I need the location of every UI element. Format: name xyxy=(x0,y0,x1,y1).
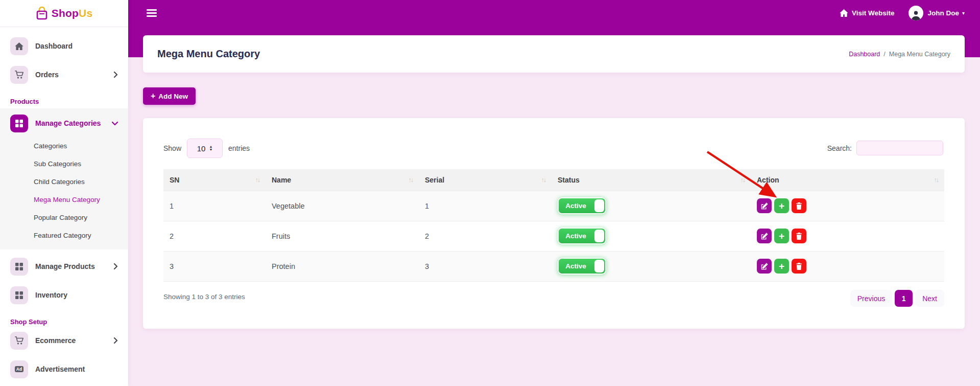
next-page-button[interactable]: Next xyxy=(915,290,944,307)
grid-icon xyxy=(10,286,28,304)
add-button[interactable]: + xyxy=(774,259,789,274)
status-toggle[interactable]: Active xyxy=(558,197,606,214)
page-title: Mega Menu Category xyxy=(157,48,260,60)
add-new-label: Add New xyxy=(158,93,188,100)
cell-sn: 3 xyxy=(163,251,266,281)
plus-icon: + xyxy=(151,92,155,101)
table-row: 2 Fruits 2 Active + xyxy=(163,221,944,251)
cell-serial: 1 xyxy=(419,191,552,221)
sort-icon[interactable]: ↑↓ xyxy=(409,176,413,184)
delete-button[interactable] xyxy=(792,259,806,274)
plus-icon: + xyxy=(779,231,784,241)
sidebar-nav: Dashboard Orders Products Manage Categor… xyxy=(0,27,128,381)
sort-icon[interactable]: ↑↓ xyxy=(541,176,546,184)
sidebar-item-manage-categories[interactable]: Manage Categories xyxy=(6,111,122,135)
user-menu[interactable]: John Doe ▾ xyxy=(909,6,965,20)
add-button[interactable]: + xyxy=(774,198,789,213)
sidebar-subitem-featured-category[interactable]: Featured Category xyxy=(0,226,128,244)
breadcrumb-dashboard-link[interactable]: Dashboard xyxy=(849,51,880,58)
sidebar-item-advertisement[interactable]: Ad Advertisement xyxy=(6,357,122,381)
cell-status: Active xyxy=(552,221,751,251)
edit-button[interactable] xyxy=(757,229,772,243)
user-name: John Doe xyxy=(927,9,959,17)
page-size-control: Show 10 ▲ ▼ entries xyxy=(163,139,250,158)
sidebar-subitem-popular-category[interactable]: Popular Category xyxy=(0,209,128,226)
sidebar-item-ecommerce[interactable]: Ecommerce xyxy=(6,329,122,352)
cell-sn: 1 xyxy=(163,191,266,221)
manage-categories-group: Manage Categories Categories Sub Categor… xyxy=(0,108,128,249)
column-header-sn[interactable]: SN↑↓ xyxy=(163,169,266,191)
search-input[interactable] xyxy=(856,141,943,155)
hamburger-menu-icon[interactable] xyxy=(147,9,157,17)
home-icon xyxy=(840,9,848,17)
cell-serial: 2 xyxy=(419,221,552,251)
sidebar-subitem-sub-categories[interactable]: Sub Categories xyxy=(0,155,128,173)
sidebar-item-orders[interactable]: Orders xyxy=(6,63,122,86)
chevron-right-icon xyxy=(113,72,118,78)
previous-page-button[interactable]: Previous xyxy=(850,290,892,307)
add-new-button[interactable]: + Add New xyxy=(143,87,196,105)
mega-menu-category-table: SN↑↓ Name↑↓ Serial↑↓ Status↑↓ Action↑↓ 1… xyxy=(163,169,944,282)
sidebar-subitem-categories[interactable]: Categories xyxy=(0,137,128,155)
page-size-value: 10 xyxy=(197,144,206,153)
breadcrumb-separator: / xyxy=(883,51,885,58)
cell-action: + xyxy=(751,221,944,251)
chevron-down-icon: ▾ xyxy=(962,10,965,16)
status-toggle[interactable]: Active xyxy=(558,258,606,275)
cart-icon xyxy=(10,332,28,350)
column-header-action[interactable]: Action↑↓ xyxy=(751,169,944,191)
sort-icon[interactable]: ↑↓ xyxy=(740,176,745,184)
sort-icon[interactable]: ↑↓ xyxy=(255,176,260,184)
edit-button[interactable] xyxy=(757,198,772,213)
home-icon xyxy=(10,37,28,55)
sidebar-item-dashboard[interactable]: Dashboard xyxy=(6,34,122,58)
sidebar-item-manage-products[interactable]: Manage Products xyxy=(6,255,122,278)
current-page-button[interactable]: 1 xyxy=(895,290,913,307)
sidebar-section-products: Products xyxy=(10,98,128,105)
brand-name: ShopUs xyxy=(52,7,93,19)
delete-button[interactable] xyxy=(792,229,806,243)
toggle-knob xyxy=(594,260,604,273)
plus-icon: + xyxy=(779,261,784,271)
table-summary: Showing 1 to 3 of 3 entries xyxy=(163,293,245,301)
chevron-right-icon xyxy=(113,263,118,269)
cell-status: Active xyxy=(552,191,751,221)
chevron-down-icon xyxy=(112,121,118,126)
delete-button[interactable] xyxy=(792,198,806,213)
add-button[interactable]: + xyxy=(774,229,789,243)
brand-logo[interactable]: ShopUs xyxy=(0,0,128,27)
toggle-knob xyxy=(594,230,604,242)
status-toggle[interactable]: Active xyxy=(558,228,606,244)
visit-website-link[interactable]: Visit Website xyxy=(840,9,895,17)
sidebar-subitem-mega-menu-category[interactable]: Mega Menu Category xyxy=(0,191,128,209)
table-row: 1 Vegetable 1 Active + xyxy=(163,191,944,221)
sidebar-subitem-child-categories[interactable]: Child Categories xyxy=(0,173,128,191)
show-label: Show xyxy=(163,144,181,152)
shopping-bag-icon xyxy=(36,7,48,20)
sidebar-item-inventory[interactable]: Inventory xyxy=(6,283,122,307)
search-label: Search: xyxy=(827,144,852,152)
breadcrumb: Dashboard / Mega Menu Category xyxy=(849,51,950,58)
search-control: Search: xyxy=(827,141,943,155)
cell-action: + xyxy=(751,191,944,221)
cell-name: Fruits xyxy=(266,221,419,251)
column-header-status[interactable]: Status↑↓ xyxy=(552,169,751,191)
grid-icon xyxy=(10,115,28,132)
toggle-knob xyxy=(594,199,604,212)
page-size-select[interactable]: 10 ▲ ▼ xyxy=(187,139,223,158)
chevron-right-icon xyxy=(113,337,118,344)
cell-status: Active xyxy=(552,251,751,281)
cell-name: Vegetable xyxy=(266,191,419,221)
column-header-serial[interactable]: Serial↑↓ xyxy=(419,169,552,191)
pagination: Previous 1 Next xyxy=(850,290,944,307)
sort-icon[interactable]: ↑↓ xyxy=(934,176,939,184)
ad-icon: Ad xyxy=(10,360,28,378)
entries-label: entries xyxy=(228,144,250,152)
edit-button[interactable] xyxy=(757,259,772,274)
sidebar-section-shop-setup: Shop Setup xyxy=(10,318,128,326)
page-header-card: Mega Menu Category Dashboard / Mega Menu… xyxy=(143,35,965,73)
column-header-name[interactable]: Name↑↓ xyxy=(266,169,419,191)
table-header-row: SN↑↓ Name↑↓ Serial↑↓ Status↑↓ Action↑↓ xyxy=(163,169,944,191)
manage-categories-submenu: Categories Sub Categories Child Categori… xyxy=(0,135,128,245)
select-arrows-icon: ▲ ▼ xyxy=(209,145,212,151)
